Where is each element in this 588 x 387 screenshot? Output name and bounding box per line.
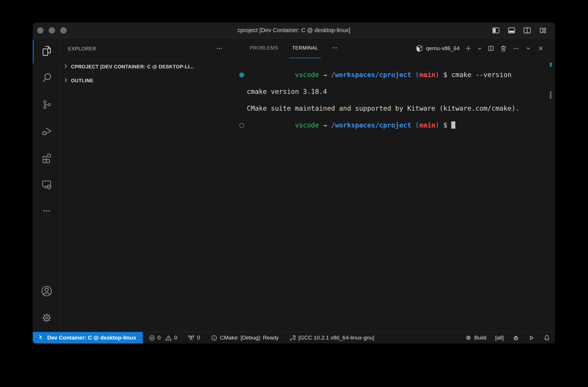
kill-terminal-trash-icon[interactable] — [500, 45, 507, 52]
build-target[interactable]: [all] — [495, 335, 504, 341]
close-panel-x-icon[interactable] — [537, 45, 545, 52]
terminal-profile-box-icon: $ — [416, 44, 423, 52]
desktop: cproject [Dev Container: C @ desktop-lin… — [0, 0, 588, 387]
window-title: cproject [Dev Container: C @ desktop-lin… — [33, 27, 555, 34]
warning-count: 0 — [174, 335, 177, 341]
sidebar-explorer: EXPLORER CPROJECT [DEV CONTAINER: C @ DE… — [61, 38, 234, 332]
tab-problems[interactable]: PROBLEMS — [247, 38, 281, 58]
explorer-files-icon — [41, 45, 53, 58]
problems-status[interactable]: 0 0 — [149, 332, 177, 344]
cmake-kit[interactable]: [GCC 10.2.1 x86_64-linux-gnu] — [289, 332, 374, 344]
traffic-lights — [33, 27, 67, 34]
toggle-panel-icon[interactable] — [507, 26, 516, 34]
titlebar: cproject [Dev Container: C @ desktop-lin… — [33, 23, 555, 38]
cmake-status[interactable]: CMake: [Debug]: Ready — [211, 332, 279, 344]
settings-gear-icon — [41, 312, 53, 325]
terminal-session-selector[interactable]: $ qemu-x86_64 — [416, 44, 460, 52]
source-control-icon — [41, 98, 52, 111]
section-label: OUTLINE — [71, 78, 93, 84]
remote-indicator-label: Dev Container: C @ desktop-linux — [47, 335, 136, 341]
cmake-kit-label: [GCC 10.2.1 x86_64-linux-gnu] — [298, 335, 374, 341]
close-window-button[interactable] — [37, 27, 43, 34]
build-target-label: [all] — [495, 335, 504, 341]
activitybar-explorer[interactable] — [33, 38, 60, 65]
section-label: CPROJECT [DEV CONTAINER: C @ DESKTOP-LI.… — [71, 64, 194, 70]
tab-terminal[interactable]: TERMINAL — [289, 38, 321, 58]
activitybar-remote-explorer[interactable] — [33, 171, 60, 198]
chevron-right-icon — [63, 77, 69, 84]
terminal-scrollbar[interactable] — [550, 91, 552, 99]
error-circle-x-icon — [149, 335, 155, 341]
chevron-right-icon — [63, 63, 69, 70]
terminal-cursor — [451, 121, 455, 129]
terminal-line: CMake suite maintained and supported by … — [234, 104, 555, 113]
customize-layout-icon[interactable] — [539, 26, 547, 34]
build-gear-icon — [465, 334, 472, 341]
remote-explorer-icon — [41, 178, 52, 191]
workbench: EXPLORER CPROJECT [DEV CONTAINER: C @ DE… — [33, 38, 555, 332]
zoom-window-button[interactable] — [60, 27, 67, 34]
terminal-line: vscode → /workspaces/cproject (main) $ c… — [234, 62, 555, 87]
split-editor-icon[interactable] — [523, 26, 531, 34]
account-icon — [41, 285, 53, 298]
activity-bar — [33, 38, 61, 332]
minimize-window-button[interactable] — [49, 27, 55, 34]
warning-triangle-icon — [165, 335, 172, 341]
explorer-more-actions-icon[interactable] — [216, 45, 223, 54]
cmake-build-button[interactable]: Build — [465, 334, 486, 341]
info-circle-icon — [211, 335, 218, 341]
activitybar-search[interactable] — [33, 65, 60, 92]
ports-status[interactable]: 0 — [188, 332, 200, 344]
run-debug-icon — [41, 125, 52, 138]
hide-panel-chevron-icon[interactable] — [525, 45, 532, 52]
overview-decoration-mark — [550, 63, 552, 67]
launch-profile-chevron-icon[interactable] — [477, 46, 482, 51]
terminal-line: cmake version 3.18.4 — [234, 87, 555, 96]
activitybar-extensions[interactable] — [33, 145, 60, 171]
panel-header: PROBLEMS TERMINAL — [234, 38, 555, 58]
panel-tabs-more-icon[interactable] — [331, 44, 338, 53]
command-decoration-success-icon[interactable] — [239, 72, 244, 77]
cmake-status-label: CMake: [Debug]: Ready — [220, 335, 279, 341]
extensions-icon — [41, 152, 52, 165]
panel-more-actions-icon[interactable] — [512, 45, 520, 52]
new-terminal-plus-icon[interactable] — [465, 45, 472, 52]
launch-play-icon — [528, 335, 535, 341]
cmake-launch-button[interactable] — [528, 335, 535, 341]
section-outline[interactable]: OUTLINE — [61, 74, 234, 87]
status-bar: Dev Container: C @ desktop-linux 0 0 — [33, 332, 555, 344]
bell-icon — [543, 334, 550, 341]
ports-count: 0 — [197, 335, 200, 341]
build-label: Build — [474, 335, 486, 341]
terminal-prompt-line: vscode → /workspaces/cproject (main) $ — [234, 113, 555, 138]
vscode-window: cproject [Dev Container: C @ desktop-lin… — [33, 23, 555, 344]
section-workspace-folder[interactable]: CPROJECT [DEV CONTAINER: C @ DESKTOP-LI.… — [61, 60, 234, 74]
error-count: 0 — [158, 335, 161, 341]
toggle-sidebar-icon[interactable] — [492, 26, 500, 34]
terminal-session-name: qemu-x86_64 — [426, 45, 460, 52]
remote-indicator-icon — [37, 334, 44, 342]
svg-text:$: $ — [417, 48, 419, 52]
remote-indicator[interactable]: Dev Container: C @ desktop-linux — [33, 332, 143, 344]
more-ellipsis-icon — [42, 206, 52, 217]
terminal-command: cmake --version — [451, 71, 512, 79]
ports-radio-tower-icon — [188, 334, 195, 341]
activitybar-run-debug[interactable] — [33, 118, 60, 145]
debug-bug-icon — [512, 334, 519, 341]
bottom-panel: PROBLEMS TERMINAL — [234, 38, 555, 332]
terminal-line — [234, 96, 555, 104]
split-terminal-icon[interactable] — [487, 45, 495, 52]
cmake-debug-button[interactable] — [512, 334, 519, 341]
activitybar-account[interactable] — [33, 278, 60, 305]
command-decoration-pending-icon[interactable] — [239, 123, 244, 128]
terminal-output[interactable]: vscode → /workspaces/cproject (main) $ c… — [234, 58, 555, 332]
activitybar-settings[interactable] — [33, 305, 60, 332]
notifications-button[interactable] — [543, 334, 550, 341]
search-icon — [41, 72, 52, 85]
sidebar-title: EXPLORER — [68, 46, 96, 52]
activitybar-source-control[interactable] — [33, 92, 60, 118]
activitybar-more[interactable] — [33, 198, 60, 225]
kit-tools-icon — [289, 334, 296, 341]
